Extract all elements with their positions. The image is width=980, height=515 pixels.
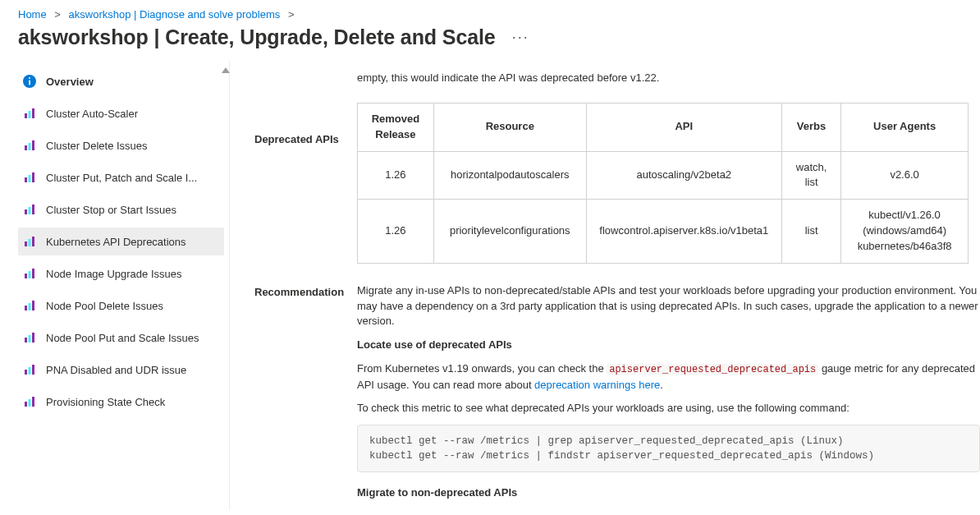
svg-rect-20 xyxy=(32,269,34,278)
bar-chart-icon xyxy=(23,331,36,344)
svg-rect-28 xyxy=(29,367,31,375)
svg-rect-9 xyxy=(25,177,27,182)
cell-agents: kubectl/v1.26.0 (windows/amd64) kubernet… xyxy=(841,200,969,264)
lead-text-fragment: empty, this would indicate the API was d… xyxy=(357,71,980,86)
chevron-right-icon: > xyxy=(288,8,295,21)
svg-rect-17 xyxy=(32,237,34,246)
svg-rect-31 xyxy=(29,399,31,407)
breadcrumb-home[interactable]: Home xyxy=(18,8,47,21)
table-header-removed: Removed Release xyxy=(358,103,434,151)
svg-rect-13 xyxy=(29,207,31,214)
list-item: Update custom integrations and controlle… xyxy=(385,509,980,510)
cell-removed: 1.26 xyxy=(358,200,434,264)
bar-chart-icon xyxy=(23,203,36,216)
svg-rect-11 xyxy=(32,172,34,182)
chevron-right-icon: > xyxy=(54,8,61,21)
sidebar-item-label: Provisioning State Check xyxy=(46,396,165,408)
cell-verbs: list xyxy=(781,200,840,264)
sidebar-item-label: Cluster Delete Issues xyxy=(46,140,148,152)
svg-rect-21 xyxy=(25,306,27,310)
cell-resource: horizontalpodautoscalers xyxy=(433,151,586,200)
bar-chart-icon xyxy=(23,395,36,408)
sidebar-item-kubernetes-api-deprecations[interactable]: Kubernetes API Deprecations xyxy=(18,228,224,255)
svg-rect-23 xyxy=(32,301,34,310)
sidebar-item-label: Kubernetes API Deprecations xyxy=(46,236,186,248)
sidebar-item-label: Cluster Put, Patch and Scale I... xyxy=(46,172,197,184)
migrate-heading: Migrate to non-deprecated APIs xyxy=(357,486,517,499)
migrate-bullets: Update custom integrations and controlle… xyxy=(385,509,980,510)
table-header-resource: Resource xyxy=(433,103,586,151)
cell-agents: v2.6.0 xyxy=(841,151,969,200)
cell-api: autoscaling/v2beta2 xyxy=(586,151,781,200)
sidebar-item-label: Overview xyxy=(46,76,94,88)
sidebar-item-label: Node Image Upgrade Issues xyxy=(46,268,181,280)
svg-rect-30 xyxy=(25,402,27,407)
svg-rect-18 xyxy=(25,274,27,278)
sidebar-item-cluster-delete-issues[interactable]: Cluster Delete Issues xyxy=(18,131,224,159)
svg-rect-7 xyxy=(29,143,31,150)
sidebar-item-cluster-auto-scaler[interactable]: Cluster Auto-Scaler xyxy=(18,99,224,127)
more-actions-button[interactable]: ··· xyxy=(512,29,529,46)
bar-chart-icon xyxy=(23,299,36,312)
sidebar-item-label: Cluster Auto-Scaler xyxy=(46,108,138,120)
table-header-verbs: Verbs xyxy=(781,103,840,151)
sidebar-item-node-pool-put-scale[interactable]: Node Pool Put and Scale Issues xyxy=(18,324,224,352)
section-label-recommendation: Recommendation xyxy=(254,283,357,301)
recommendation-section: Recommendation Migrate any in-use APIs t… xyxy=(254,283,980,510)
sidebar-item-node-image-upgrade[interactable]: Node Image Upgrade Issues xyxy=(18,260,224,287)
sidebar-item-label: Cluster Stop or Start Issues xyxy=(46,204,176,216)
bar-chart-icon xyxy=(23,107,36,120)
sidebar-item-overview[interactable]: Overview xyxy=(18,67,224,95)
svg-rect-14 xyxy=(32,205,34,214)
breadcrumb-resource[interactable]: aksworkshop | Diagnose and solve problem… xyxy=(69,8,281,21)
svg-rect-4 xyxy=(29,111,31,118)
svg-rect-32 xyxy=(32,397,34,407)
deprecated-apis-section: Deprecated APIs Removed Release Resource… xyxy=(254,103,980,283)
svg-rect-1 xyxy=(29,80,30,85)
page-title: aksworkshop | Create, Upgrade, Delete an… xyxy=(18,25,496,49)
table-row: 1.26 horizontalpodautoscalers autoscalin… xyxy=(358,151,969,200)
recommendation-text: Migrate any in-use APIs to non-deprecate… xyxy=(357,283,980,330)
svg-rect-19 xyxy=(29,271,31,278)
page-title-row: aksworkshop | Create, Upgrade, Delete an… xyxy=(0,24,980,61)
locate-heading: Locate use of deprecated APIs xyxy=(357,338,512,351)
code-block[interactable]: kubectl get --raw /metrics | grep apiser… xyxy=(357,425,980,472)
bar-chart-icon xyxy=(23,235,36,248)
deprecated-apis-table: Removed Release Resource API Verbs User … xyxy=(357,103,969,264)
svg-rect-3 xyxy=(25,113,27,118)
main-content: empty, this would indicate the API was d… xyxy=(230,61,980,510)
svg-rect-10 xyxy=(29,175,31,182)
svg-rect-26 xyxy=(32,333,34,343)
sidebar-item-label: Node Pool Put and Scale Issues xyxy=(46,332,199,344)
cell-resource: prioritylevelconfigurations xyxy=(433,200,586,264)
cell-api: flowcontrol.apiserver.k8s.io/v1beta1 xyxy=(586,200,781,264)
svg-rect-16 xyxy=(29,239,31,246)
svg-rect-24 xyxy=(25,338,27,343)
svg-rect-25 xyxy=(29,335,31,343)
svg-rect-29 xyxy=(32,365,34,375)
info-icon xyxy=(23,75,36,88)
deprecation-warnings-link[interactable]: deprecation warnings here xyxy=(534,379,660,391)
sidebar-item-node-pool-delete[interactable]: Node Pool Delete Issues xyxy=(18,292,224,320)
sidebar-item-cluster-stop-start[interactable]: Cluster Stop or Start Issues xyxy=(18,195,224,223)
sidebar-item-label: PNA Disabled and UDR issue xyxy=(46,364,186,376)
svg-rect-6 xyxy=(25,145,27,150)
table-row: 1.26 prioritylevelconfigurations flowcon… xyxy=(358,200,969,264)
collapse-sidebar-icon[interactable] xyxy=(222,67,230,73)
sidebar-item-provisioning-state-check[interactable]: Provisioning State Check xyxy=(18,388,224,416)
cell-verbs: watch, list xyxy=(781,151,840,200)
sidebar-item-cluster-put-patch-scale[interactable]: Cluster Put, Patch and Scale I... xyxy=(18,163,224,191)
sidebar: Overview Cluster Auto-Scaler Cluster Del… xyxy=(18,61,230,510)
sidebar-item-label: Node Pool Delete Issues xyxy=(46,300,163,312)
svg-rect-12 xyxy=(25,209,27,214)
svg-rect-27 xyxy=(25,370,27,375)
svg-rect-15 xyxy=(25,241,27,246)
locate-text: From Kubernetes v1.19 onwards, you can c… xyxy=(357,361,980,393)
bar-chart-icon xyxy=(23,171,36,184)
table-header-api: API xyxy=(586,103,781,151)
inline-code: apiserver_requested_deprecated_apis xyxy=(607,364,818,375)
cell-removed: 1.26 xyxy=(358,151,434,200)
svg-rect-8 xyxy=(32,140,34,150)
bar-chart-icon xyxy=(23,267,36,280)
sidebar-item-pna-disabled-udr[interactable]: PNA Disabled and UDR issue xyxy=(18,356,224,384)
